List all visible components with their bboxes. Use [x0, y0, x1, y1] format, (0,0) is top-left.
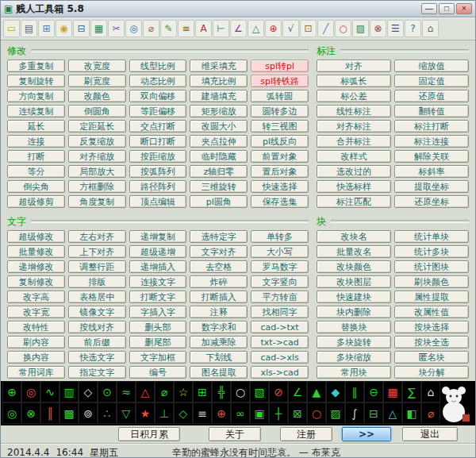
cad-symbol-icon[interactable]: ∫: [345, 402, 364, 424]
block-tool-button[interactable]: 块分解: [394, 366, 469, 379]
modify-tool-button[interactable]: 定距延长: [68, 120, 126, 133]
text-tool-button[interactable]: 编号: [129, 366, 187, 379]
cad-symbol-icon[interactable]: ◇: [79, 381, 98, 402]
cut-icon[interactable]: ✂: [108, 20, 125, 37]
hatch-icon[interactable]: ▨: [352, 20, 369, 37]
modify-tool-button[interactable]: 圆转多边: [251, 105, 309, 117]
cad-symbol-icon[interactable]: ⊟: [364, 402, 383, 424]
text-tool-button[interactable]: xls->cad: [251, 366, 309, 379]
block-tool-button[interactable]: 替换块: [317, 321, 391, 333]
modify-tool-button[interactable]: spl转铁路: [251, 75, 309, 87]
cad-symbol-icon[interactable]: ⊕: [2, 381, 21, 402]
block-tool-button[interactable]: 匿名块: [394, 351, 469, 364]
cad-symbol-icon[interactable]: ⊥: [155, 402, 174, 424]
text-tool-button[interactable]: cad->txt: [251, 321, 309, 333]
cad-symbol-icon[interactable]: ◆: [326, 381, 345, 402]
dimension-tool-button[interactable]: 提取坐标: [394, 180, 469, 193]
modify-tool-button[interactable]: 矩形缩放: [190, 105, 248, 117]
cad-symbol-icon[interactable]: ⊕: [212, 402, 231, 424]
cad-symbol-icon[interactable]: ⊗: [21, 402, 40, 424]
cad-symbol-icon[interactable]: ∠: [288, 381, 307, 402]
cad-symbol-icon[interactable]: ▽: [117, 402, 136, 424]
text-tool-button[interactable]: 递增插入: [129, 260, 187, 273]
area-icon[interactable]: △: [248, 20, 264, 37]
modify-tool-button[interactable]: 临时隐藏: [190, 150, 248, 163]
modify-tool-button[interactable]: 双向偏移: [129, 90, 187, 102]
text-tool-button[interactable]: 递增复制: [129, 230, 187, 243]
text-tool-button[interactable]: 超级递增: [129, 245, 187, 258]
text-tool-button[interactable]: 按线对齐: [68, 321, 126, 333]
cad-symbol-icon[interactable]: ⊞: [193, 381, 212, 402]
modify-tool-button[interactable]: 改宽度: [68, 60, 126, 72]
modify-tool-button[interactable]: 交点打断: [129, 120, 187, 133]
text-tool-button[interactable]: 平方转亩: [251, 291, 309, 303]
block-tool-button[interactable]: 按块全选: [394, 336, 469, 348]
text-tool-button[interactable]: 换内容: [7, 351, 65, 364]
dimension-tool-button[interactable]: 标注打断: [394, 120, 469, 133]
text-tool-button[interactable]: 刷内容: [7, 336, 65, 348]
close-button[interactable]: ×: [456, 3, 472, 14]
modify-tool-button[interactable]: z轴归零: [190, 165, 248, 178]
block-tool-button[interactable]: 改块图层: [317, 275, 391, 288]
cad-symbol-icon[interactable]: △: [136, 381, 155, 402]
open-folder-icon[interactable]: ▭: [3, 20, 20, 37]
dimension-tool-button[interactable]: 标公差: [317, 90, 391, 102]
modify-tool-button[interactable]: 方向复制: [7, 90, 65, 102]
text-tool-button[interactable]: 左右对齐: [68, 230, 126, 243]
text-tool-button[interactable]: 注释: [190, 306, 248, 318]
print-preview-icon[interactable]: ⊞: [38, 20, 55, 37]
modify-tool-button[interactable]: 断口打断: [129, 135, 187, 148]
cad-symbol-icon[interactable]: ⊖: [364, 381, 383, 402]
cad-symbol-icon[interactable]: ☆: [174, 381, 193, 402]
cad-symbol-icon[interactable]: ▩: [60, 402, 79, 424]
dimension-tool-button[interactable]: 线性标注: [317, 105, 391, 117]
modify-tool-button[interactable]: 置后对象: [251, 165, 309, 178]
text-tool-button[interactable]: 选特定字: [190, 230, 248, 243]
text-tool-button[interactable]: cad->xls: [251, 351, 309, 364]
modify-tool-button[interactable]: 顶点编辑: [129, 195, 187, 208]
dimension-tool-button[interactable]: 缩放值: [394, 60, 469, 72]
block-tool-button[interactable]: 改属性值: [394, 306, 469, 318]
settings-icon[interactable]: ☰: [387, 20, 404, 37]
block-tool-button[interactable]: 统计多块: [394, 245, 469, 258]
text-tool-button[interactable]: 调整行距: [68, 260, 126, 273]
modify-tool-button[interactable]: 动态比例: [129, 75, 187, 87]
coordinate-icon[interactable]: ⊕: [265, 20, 282, 37]
lock-icon[interactable]: ◉: [56, 20, 72, 37]
cad-symbol-icon[interactable]: ╬: [212, 381, 231, 402]
block-tool-button[interactable]: 改块名: [317, 230, 391, 243]
block-tool-button[interactable]: 常用块: [317, 366, 391, 379]
block-tool-button[interactable]: 快速建块: [317, 291, 391, 303]
modify-tool-button[interactable]: 刷宽度: [68, 75, 126, 87]
dimension-tool-button[interactable]: 合并标注: [317, 135, 391, 148]
text-tool-button[interactable]: 批量修改: [7, 245, 65, 258]
modify-tool-button[interactable]: 倒圆角: [68, 105, 126, 117]
text-tool-button[interactable]: 字插入字: [129, 306, 187, 318]
modify-tool-button[interactable]: 保存选集: [251, 195, 309, 208]
cad-symbol-icon[interactable]: ∴: [98, 402, 117, 424]
match-icon[interactable]: √: [282, 20, 299, 37]
block-tool-button[interactable]: 属性提取: [394, 291, 469, 303]
modify-tool-button[interactable]: spl转pl: [251, 60, 309, 72]
text-tool-button[interactable]: 数字求和: [190, 321, 248, 333]
cad-symbol-icon[interactable]: ⊙: [98, 381, 117, 402]
block-tool-button[interactable]: 块内删除: [317, 306, 391, 318]
table-icon[interactable]: ▦: [90, 20, 107, 37]
text-tool-button[interactable]: 打断文字: [129, 291, 187, 303]
pencil-icon[interactable]: ✎: [160, 20, 177, 37]
text-tool-button[interactable]: 指定文字: [68, 366, 126, 379]
cad-symbol-icon[interactable]: ★: [136, 402, 155, 424]
cad-symbol-icon[interactable]: ◎: [21, 381, 40, 402]
text-icon[interactable]: A: [195, 20, 212, 37]
dimension-tool-button[interactable]: 还原值: [394, 90, 469, 102]
cad-symbol-icon[interactable]: ◇: [174, 402, 193, 424]
modify-tool-button[interactable]: 方框删除: [68, 180, 126, 193]
zoom-icon[interactable]: ◎: [125, 20, 142, 37]
text-tool-button[interactable]: 删尾部: [129, 336, 187, 348]
cad-symbol-icon[interactable]: ▥: [60, 381, 79, 402]
modify-tool-button[interactable]: 建墙填充: [190, 90, 248, 102]
cad-symbol-icon[interactable]: ∞: [231, 402, 250, 424]
dimension-tool-button[interactable]: 快选标样: [317, 180, 391, 193]
dimension-tool-button[interactable]: 对齐标注: [317, 120, 391, 133]
purge-icon[interactable]: ⊗: [370, 20, 386, 37]
